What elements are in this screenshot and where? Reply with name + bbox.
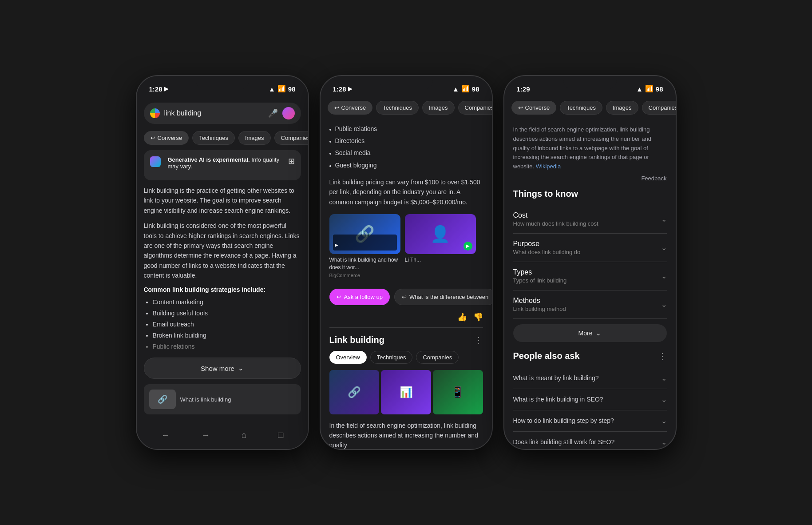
bottom-card[interactable]: 🔗 What is link building: [144, 384, 301, 414]
more-button[interactable]: More ⌄: [513, 324, 667, 342]
video-thumb-1: 🔗 ▶: [329, 214, 400, 254]
show-more-button[interactable]: Show more ⌄: [144, 358, 301, 379]
search-bar-1[interactable]: link building 🎤: [144, 103, 301, 124]
tab-companies-1[interactable]: Companies: [274, 131, 308, 145]
chevron-paa2: ⌄: [661, 395, 667, 404]
thing-methods[interactable]: Methods Link building method ⌄: [513, 290, 667, 319]
nav-tabs[interactable]: □: [278, 430, 283, 440]
strategy-5: Public relations: [153, 341, 301, 352]
lb-img-3: 📱: [433, 370, 483, 414]
signal-icon-2: ▲: [452, 85, 459, 93]
tab-companies-label-1: Companies: [281, 135, 308, 141]
people-section: People also ask ⋮ What is meant by link …: [513, 349, 667, 449]
chevron-types: ⌄: [661, 272, 667, 280]
scroll-area-1[interactable]: Link building is the practice of getting…: [137, 186, 308, 425]
tab-companies-2[interactable]: Companies: [458, 101, 492, 115]
video-card-2[interactable]: 👤 ▶ Li Th...: [405, 214, 476, 278]
tab-converse-3[interactable]: ↩ Converse: [511, 101, 557, 115]
tab-images-2[interactable]: Images: [422, 101, 455, 115]
tab-images-1[interactable]: Images: [238, 131, 271, 145]
strategy-2: Building useful tools: [153, 308, 301, 319]
user-avatar[interactable]: [282, 107, 295, 119]
thumbs-up-btn[interactable]: 👍: [457, 312, 467, 322]
link-building-section: Link building ⋮ Overview Techniques Comp…: [321, 335, 492, 449]
bullet-guest: • Guest blogging: [329, 160, 483, 172]
tab-converse-label-3: Converse: [525, 104, 550, 111]
paa-q2[interactable]: What is the link building in SEO? ⌄: [513, 389, 667, 410]
chevron-purpose: ⌄: [661, 243, 667, 252]
nav-forward[interactable]: →: [201, 430, 210, 440]
paa-q3[interactable]: How to do link building step by step? ⌄: [513, 410, 667, 432]
lb-description: In the field of search engine optimizati…: [329, 421, 483, 449]
paa-q2-text: What is the link building in SEO?: [513, 396, 603, 403]
bullet-dir: • Directories: [329, 135, 483, 147]
search-query-1[interactable]: link building: [164, 109, 264, 117]
thing-cost-sub: How much does link building cost: [513, 220, 598, 227]
ai-strategies-title: Common link building strategies include:: [144, 286, 301, 293]
ask-follow-up-btn[interactable]: ↩ Ask a follow up: [329, 289, 390, 305]
thing-types-label: Types: [513, 268, 567, 276]
chevron-cost: ⌄: [661, 215, 667, 223]
tab-converse-2[interactable]: ↩ Converse: [328, 101, 373, 115]
tab-companies-3[interactable]: Companies: [642, 101, 676, 115]
tab-techniques-2[interactable]: Techniques: [376, 101, 419, 115]
tab-converse-1[interactable]: ↩ Converse: [144, 131, 189, 145]
video-source-1: BigCommerce: [329, 273, 400, 278]
lb-tab-companies-label: Companies: [423, 354, 452, 361]
lb-tab-overview-label: Overview: [336, 354, 360, 361]
feedback-link[interactable]: Feedback: [641, 175, 666, 182]
thumbs-down-btn[interactable]: 👎: [473, 312, 483, 322]
phone2-scroll-area[interactable]: • Public relations • Directories • Socia…: [321, 120, 492, 449]
ai-para2: Link building is considered one of the m…: [144, 221, 301, 280]
lb-title: Link building: [329, 335, 384, 345]
nav-back[interactable]: ←: [161, 430, 170, 440]
tabs-row-2: ↩ Converse Techniques Images Companies: [321, 99, 492, 120]
lb-tab-companies[interactable]: Companies: [416, 351, 459, 364]
tab-techniques-1[interactable]: Techniques: [192, 131, 235, 145]
wifi-icon-3: 📶: [645, 85, 654, 93]
converse-icon-2: ↩: [334, 104, 339, 111]
lb-menu-icon[interactable]: ⋮: [474, 335, 483, 346]
nav-home[interactable]: ⌂: [242, 430, 247, 440]
tab-converse-label-2: Converse: [341, 104, 366, 111]
follow-up-bar: ↩ Ask a follow up ↩ What is the differen…: [321, 285, 492, 310]
tab-images-3[interactable]: Images: [606, 101, 638, 115]
status-left-1: 1:28 ▶: [149, 85, 168, 93]
thing-types[interactable]: Types Types of link building ⌄: [513, 262, 667, 290]
nav-bar-1: ← → ⌂ □: [137, 425, 308, 449]
diff-btn[interactable]: ↩ What is the difference between: [394, 289, 492, 305]
battery-num-1: 98: [288, 85, 296, 93]
thing-cost[interactable]: Cost How much does link building cost ⌄: [513, 205, 667, 234]
thing-purpose-label: Purpose: [513, 240, 581, 248]
thing-purpose-sub: What does link building do: [513, 249, 581, 255]
lb-tab-techniques[interactable]: Techniques: [370, 351, 413, 364]
lb-tabs: Overview Techniques Companies: [329, 351, 483, 364]
grid-icon[interactable]: ⊞: [288, 156, 295, 166]
wifi-icon-2: 📶: [461, 85, 470, 93]
wiki-source-link[interactable]: Wikipedia: [536, 163, 561, 170]
video-title-1: What is link building and how does it wo…: [329, 256, 400, 271]
lb-tab-overview[interactable]: Overview: [329, 351, 367, 364]
phone3-scroll-area[interactable]: In the field of search engine optimizati…: [504, 120, 676, 449]
ai-box: Generative AI is experimental. Info qual…: [144, 150, 301, 180]
people-menu-icon[interactable]: ⋮: [658, 351, 667, 362]
video-card-1[interactable]: 🔗 ▶ What is link building and how does i…: [329, 214, 400, 278]
status-bar-3: 1:29 ▲ 📶 98: [504, 76, 676, 99]
things-section: Things to know Cost How much does link b…: [513, 187, 667, 349]
people-title: People also ask: [513, 351, 580, 361]
paa-q1[interactable]: What is meant by link building? ⌄: [513, 368, 667, 389]
thumbs-row: 👍 👎: [321, 310, 492, 327]
strategy-4: Broken link building: [153, 330, 301, 341]
strategy-3: Email outreach: [153, 319, 301, 330]
thing-purpose[interactable]: Purpose What does link building do ⌄: [513, 234, 667, 262]
video-cards: 🔗 ▶ What is link building and how does i…: [321, 214, 492, 285]
bullet-pr-text: Public relations: [335, 123, 377, 135]
mic-icon[interactable]: 🎤: [268, 108, 278, 118]
thing-types-sub: Types of link building: [513, 277, 567, 284]
chevron-down-icon-show-more: ⌄: [238, 364, 244, 372]
chevron-paa3: ⌄: [661, 417, 667, 425]
tab-techniques-3[interactable]: Techniques: [560, 101, 602, 115]
paa-q4[interactable]: Does link building still work for SEO? ⌄: [513, 432, 667, 449]
signal-icon-1: ▲: [269, 85, 275, 93]
strategy-1: Content marketing: [153, 297, 301, 308]
